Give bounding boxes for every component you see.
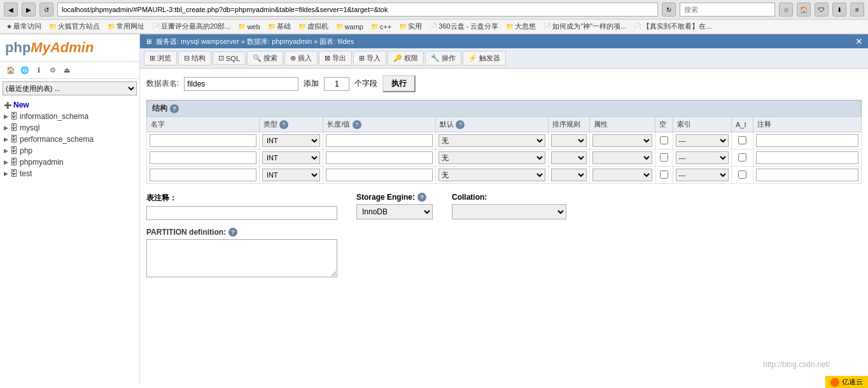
field-length-cell-1 bbox=[323, 132, 436, 149]
field-type-select-2[interactable]: INT VARCHAR TEXT bbox=[262, 151, 320, 164]
add-field-number[interactable] bbox=[324, 77, 349, 91]
partition-textarea[interactable] bbox=[146, 239, 337, 277]
field-comment-input-2[interactable] bbox=[756, 151, 858, 164]
sidebar-item-php[interactable]: ▶ 🗄 php bbox=[0, 145, 139, 156]
field-type-select-3[interactable]: INT VARCHAR TEXT bbox=[262, 169, 320, 181]
tab-permissions[interactable]: 🔑 权限 bbox=[388, 51, 424, 66]
bookmark-god[interactable]: 📄 如何成为"神"一样的项... bbox=[541, 21, 629, 32]
field-comment-input-3[interactable] bbox=[756, 169, 858, 181]
bookmark-dahuyou[interactable]: 📁 大忽悠 bbox=[503, 21, 538, 32]
field-length-input-2[interactable] bbox=[326, 151, 433, 164]
go-button[interactable]: ↻ bbox=[662, 3, 676, 17]
recent-tables-select[interactable]: (最近使用的表) ... bbox=[3, 81, 137, 95]
field-attr-select-2[interactable] bbox=[592, 151, 652, 164]
bookmark-common[interactable]: 📁 常用网址 bbox=[105, 21, 147, 32]
back-button[interactable]: ◀ bbox=[4, 3, 18, 17]
type-help-icon[interactable]: ? bbox=[279, 120, 288, 129]
window-close-button[interactable]: ✕ bbox=[855, 36, 863, 46]
field-collation-select-1[interactable] bbox=[551, 134, 587, 147]
field-default-select-2[interactable]: 无 NULL bbox=[438, 151, 545, 164]
sidebar-item-information-schema[interactable]: ▶ 🗄 information_schema bbox=[0, 111, 139, 122]
tab-structure[interactable]: ⊟ 结构 bbox=[178, 51, 211, 66]
db-label-6: test bbox=[20, 169, 32, 178]
sidebar-item-performance-schema[interactable]: ▶ 🗄 performance_schema bbox=[0, 134, 139, 145]
bookmark-firefox[interactable]: 📁 火狐官方站点 bbox=[46, 21, 102, 32]
folder-icon-7: 📁 bbox=[371, 23, 379, 30]
partition-help-icon[interactable]: ? bbox=[228, 228, 237, 237]
search-input[interactable] bbox=[680, 3, 775, 17]
bookmark-star[interactable]: ☆ bbox=[779, 3, 793, 17]
field-default-select-1[interactable]: 无 NULL CURRENT_TIMESTAMP bbox=[438, 134, 545, 147]
field-collation-select-3[interactable] bbox=[551, 169, 587, 181]
field-length-input-1[interactable] bbox=[326, 134, 433, 147]
bookmark-cpp[interactable]: 📁 c++ bbox=[368, 22, 394, 31]
shield-icon[interactable]: 🛡 bbox=[815, 3, 829, 17]
bookmark-vm[interactable]: 📁 虚拟机 bbox=[296, 21, 331, 32]
field-index-select-1[interactable]: --- PRIMARY UNIQUE INDEX bbox=[676, 134, 729, 147]
sidebar-item-new[interactable]: ➕ New bbox=[0, 99, 139, 111]
bottom-logo-icon bbox=[830, 378, 839, 385]
tab-export[interactable]: ⊠ 导出 bbox=[319, 51, 352, 66]
tab-browse[interactable]: ⊞ 浏览 bbox=[144, 51, 177, 66]
field-collation-select-2[interactable] bbox=[551, 151, 587, 164]
tab-import[interactable]: ⊞ 导入 bbox=[353, 51, 386, 66]
collation-select[interactable] bbox=[452, 204, 566, 219]
storage-engine-select[interactable]: InnoDB MyISAM MEMORY bbox=[356, 204, 433, 219]
table-name-input[interactable] bbox=[184, 77, 298, 91]
field-default-select-3[interactable]: 无 NULL bbox=[438, 169, 545, 181]
tab-search[interactable]: 🔍 搜索 bbox=[247, 51, 283, 66]
field-ai-checkbox-2[interactable] bbox=[738, 153, 746, 162]
field-attr-select-3[interactable] bbox=[592, 169, 652, 181]
wrench-icon: 🔧 bbox=[431, 54, 440, 62]
sidebar-item-mysql[interactable]: ▶ 🗄 mysql bbox=[0, 122, 139, 134]
field-null-checkbox-3[interactable] bbox=[660, 170, 668, 179]
settings-icon[interactable]: ⚙ bbox=[47, 64, 59, 76]
execute-button[interactable]: 执行 bbox=[382, 75, 416, 92]
bookmark-practical[interactable]: 📁 实用 bbox=[396, 21, 424, 32]
server-icon: 🖥 bbox=[145, 38, 152, 45]
address-bar[interactable] bbox=[57, 3, 658, 17]
field-type-select-1[interactable]: INT VARCHAR TEXT DATE FLOAT bbox=[262, 134, 320, 147]
field-index-select-2[interactable]: --- PRIMARY bbox=[676, 151, 729, 164]
field-attr-select-1[interactable]: BINARY UNSIGNED bbox=[592, 134, 652, 147]
refresh-button[interactable]: ↺ bbox=[39, 3, 53, 17]
field-comment-input-1[interactable] bbox=[756, 134, 858, 147]
home-icon-sidebar[interactable]: 🏠 bbox=[5, 64, 17, 76]
default-help-icon[interactable]: ? bbox=[456, 120, 465, 129]
structure-help-icon[interactable]: ? bbox=[170, 104, 179, 113]
bookmark-douban[interactable]: 📄 豆瓣评分最高的20部... bbox=[150, 21, 233, 32]
bookmark-web[interactable]: 📁 web bbox=[235, 22, 262, 31]
info-icon[interactable]: ℹ bbox=[33, 64, 45, 76]
field-length-input-3[interactable] bbox=[326, 169, 433, 181]
field-index-select-3[interactable]: --- PRIMARY bbox=[676, 169, 729, 181]
tab-operations[interactable]: 🔧 操作 bbox=[425, 51, 461, 66]
field-null-cell-3 bbox=[655, 167, 673, 184]
tab-insert[interactable]: ⊕ 插入 bbox=[284, 51, 318, 66]
field-null-checkbox-1[interactable] bbox=[660, 136, 668, 144]
field-null-checkbox-2[interactable] bbox=[660, 153, 668, 162]
field-name-input-2[interactable] bbox=[150, 151, 256, 164]
globe-icon[interactable]: 🌐 bbox=[19, 64, 31, 76]
download-icon[interactable]: ⬇ bbox=[832, 3, 846, 17]
field-ai-checkbox-1[interactable] bbox=[738, 136, 746, 144]
sidebar-item-phpmyadmin[interactable]: ▶ 🗄 phpmyadmin bbox=[0, 156, 139, 168]
length-help-icon[interactable]: ? bbox=[353, 120, 361, 129]
sidebar-item-test[interactable]: ▶ 🗄 test bbox=[0, 168, 139, 179]
field-ai-checkbox-3[interactable] bbox=[738, 170, 746, 179]
home-icon[interactable]: 🏠 bbox=[797, 3, 811, 17]
field-name-input-3[interactable] bbox=[150, 169, 256, 181]
table-comment-input[interactable] bbox=[146, 206, 337, 220]
bookmark-360[interactable]: 📄 360云盘 - 云盘分享 bbox=[427, 21, 501, 32]
bookmark-basic[interactable]: 📁 基础 bbox=[265, 21, 293, 32]
menu-icon[interactable]: ≡ bbox=[850, 3, 864, 17]
logout-icon[interactable]: ⏏ bbox=[61, 64, 73, 76]
tab-triggers[interactable]: ⚡ 触发器 bbox=[463, 51, 506, 66]
tab-sql[interactable]: ⊡ SQL bbox=[213, 52, 246, 65]
field-name-input-1[interactable] bbox=[150, 134, 256, 147]
forward-button[interactable]: ▶ bbox=[22, 3, 36, 17]
db-icon-5: 🗄 bbox=[10, 158, 18, 167]
bookmark-scary[interactable]: 📄 【真实到不敢看】在... bbox=[631, 21, 714, 32]
bookmark-wamp[interactable]: 📁 wamp bbox=[333, 22, 366, 31]
engine-help-icon[interactable]: ? bbox=[417, 193, 426, 202]
bookmark-most-visited[interactable]: ★ 最常访问 bbox=[4, 21, 44, 32]
